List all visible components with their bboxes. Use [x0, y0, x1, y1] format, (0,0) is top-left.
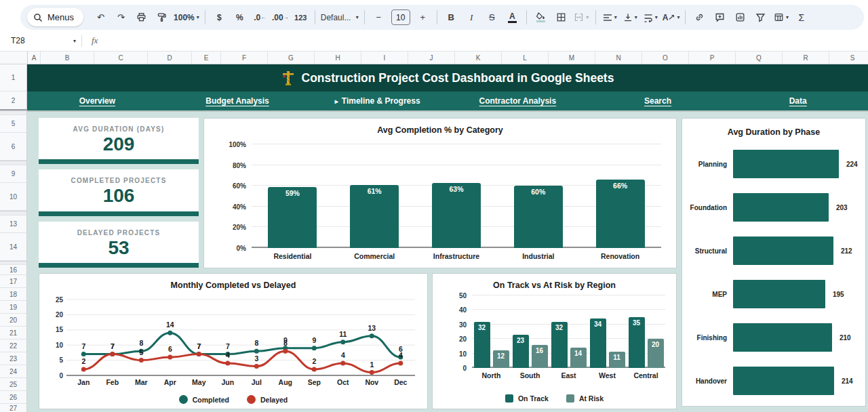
row-header-collapsed[interactable]: [0, 211, 27, 215]
column-header-D[interactable]: D: [148, 52, 192, 64]
row-header-17[interactable]: 17: [0, 275, 27, 288]
column-header-S[interactable]: S: [829, 52, 868, 64]
paint-format-button[interactable]: [152, 9, 172, 26]
redo-button[interactable]: ↷: [111, 9, 131, 26]
column-header-R[interactable]: R: [783, 52, 829, 64]
row-header-10[interactable]: 10: [0, 183, 27, 211]
horizontal-align-button[interactable]: ▾: [600, 9, 620, 26]
format-currency-button[interactable]: $: [210, 9, 229, 26]
functions-button[interactable]: Σ: [791, 9, 811, 26]
search-icon: [33, 13, 43, 22]
text-rotation-button[interactable]: A ▾: [661, 9, 682, 26]
fill-color-button[interactable]: [531, 9, 551, 26]
crane-icon: [281, 70, 295, 86]
insert-chart-button[interactable]: [730, 9, 750, 26]
merge-cells-button[interactable]: ▾: [572, 9, 591, 26]
column-header-A[interactable]: A: [28, 52, 41, 64]
format-percent-button[interactable]: %: [230, 9, 250, 26]
increase-decimal-button[interactable]: .00→: [271, 9, 290, 26]
row-header-21[interactable]: 21: [0, 327, 27, 339]
table-views-button[interactable]: ▾: [771, 9, 791, 26]
font-size-input[interactable]: 10: [391, 9, 410, 25]
column-header-I[interactable]: I: [361, 52, 408, 64]
phase-label: Foundation: [685, 204, 733, 211]
column-header-C[interactable]: C: [94, 52, 148, 64]
insert-comment-button[interactable]: [710, 9, 730, 26]
zoom-select[interactable]: 100%▾: [172, 9, 201, 26]
bar-value-label: 212: [841, 247, 852, 255]
row-header-1[interactable]: 1: [0, 64, 27, 91]
column-header-Q[interactable]: Q: [736, 52, 783, 64]
nav-item-budget-analysis[interactable]: Budget Analysis: [167, 96, 308, 106]
nav-item-data[interactable]: Data: [728, 96, 868, 106]
text-wrap-button[interactable]: ▾: [641, 9, 660, 26]
font-select[interactable]: Defaul...▾: [319, 9, 360, 26]
row-header-27[interactable]: 27: [0, 404, 27, 412]
chevron-down-icon: ▾: [786, 14, 789, 20]
column-header-F[interactable]: F: [221, 52, 268, 64]
row-header-14[interactable]: 14: [0, 233, 27, 261]
print-button[interactable]: [132, 9, 151, 26]
chevron-down-icon: ▾: [655, 14, 658, 20]
nav-item-search[interactable]: Search: [588, 96, 728, 106]
row-header-13[interactable]: 13: [0, 215, 27, 233]
column-header-N[interactable]: N: [595, 52, 642, 64]
row-header-18[interactable]: 18: [0, 288, 27, 301]
row-header-25[interactable]: 25: [0, 378, 27, 391]
chart-icon: [735, 12, 745, 22]
italic-button[interactable]: I: [462, 9, 481, 26]
borders-button[interactable]: [551, 9, 571, 26]
row-header-19[interactable]: 19: [0, 301, 27, 314]
vertical-align-button[interactable]: ▾: [620, 9, 640, 26]
row-header-collapsed[interactable]: [0, 110, 27, 115]
row-header-22[interactable]: 22: [0, 339, 27, 352]
formula-input[interactable]: [98, 30, 868, 51]
select-all-corner[interactable]: [0, 52, 28, 64]
nav-item-contractor-analysis[interactable]: Contractor Analysis: [448, 96, 588, 106]
bar-value-label: 210: [840, 334, 851, 342]
column-header-B[interactable]: B: [41, 52, 94, 64]
row-header-5[interactable]: 5: [0, 115, 27, 133]
column-header-E[interactable]: E: [192, 52, 221, 64]
undo-button[interactable]: ↶: [91, 9, 111, 26]
svg-text:Nov: Nov: [365, 378, 378, 386]
column-header-H[interactable]: H: [315, 52, 361, 64]
phase-label: Finishing: [685, 334, 733, 342]
svg-text:6: 6: [168, 345, 172, 353]
create-filter-button[interactable]: [751, 9, 770, 26]
column-header-O[interactable]: O: [642, 52, 689, 64]
bar-mep: [733, 280, 825, 308]
bar-on-track-east: 32: [551, 322, 568, 368]
column-header-K[interactable]: K: [455, 52, 502, 64]
strikethrough-button[interactable]: S: [482, 9, 502, 26]
row-header-24[interactable]: 24: [0, 365, 27, 378]
decrease-decimal-button[interactable]: .0←: [250, 9, 270, 26]
bold-button[interactable]: B: [441, 9, 461, 26]
menus-search[interactable]: Menus: [27, 8, 83, 26]
row-header-23[interactable]: 23: [0, 352, 27, 365]
row-header-26[interactable]: 26: [0, 391, 27, 404]
divider: [595, 10, 596, 24]
column-header-G[interactable]: G: [268, 52, 315, 64]
row-header-6[interactable]: 6: [0, 133, 27, 161]
insert-link-button[interactable]: [690, 9, 709, 26]
svg-text:Sep: Sep: [308, 378, 321, 386]
nav-item-timeline-progress[interactable]: ▸Timeline & Progress: [307, 96, 448, 106]
row-header-collapsed[interactable]: [0, 161, 27, 165]
increase-font-button[interactable]: +: [413, 9, 433, 26]
name-box[interactable]: T28 ▾: [0, 36, 76, 45]
divider: [81, 35, 82, 47]
column-header-J[interactable]: J: [408, 52, 455, 64]
row-header-20[interactable]: 20: [0, 314, 27, 327]
column-header-L[interactable]: L: [502, 52, 549, 64]
column-header-P[interactable]: P: [689, 52, 736, 64]
more-formats-button[interactable]: 123: [291, 9, 311, 26]
text-color-button[interactable]: A: [502, 9, 522, 26]
row-header-2[interactable]: 2: [0, 91, 27, 110]
row-header-9[interactable]: 9: [0, 165, 27, 183]
decrease-font-button[interactable]: −: [369, 9, 389, 26]
column-header-M[interactable]: M: [549, 52, 595, 64]
row-header-16[interactable]: 16: [0, 265, 27, 275]
nav-item-overview[interactable]: Overview: [27, 96, 167, 106]
x-axis-label: West: [599, 371, 616, 379]
